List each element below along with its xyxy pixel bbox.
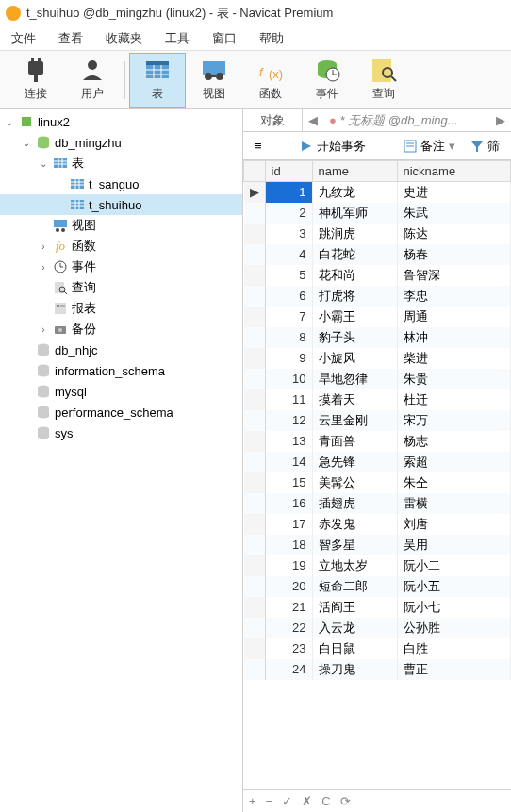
toolbar-fx-button[interactable]: f(x)函数 (242, 53, 299, 108)
cell-nickname[interactable]: 柴进 (397, 348, 511, 369)
cell-nickname[interactable]: 杨志 (397, 431, 511, 452)
tree-linux2[interactable]: ⌄linux2 (0, 111, 242, 132)
cell-nickname[interactable]: 公孙胜 (397, 618, 511, 638)
status-btn[interactable]: ✓ (282, 794, 292, 808)
toolbar-plug-button[interactable]: 连接 (8, 53, 64, 108)
table-row[interactable]: 18智多星吴用 (244, 535, 511, 555)
tree-information_schema[interactable]: information_schema (0, 360, 242, 381)
cell-id[interactable]: 21 (265, 597, 312, 618)
table-row[interactable]: 19立地太岁阮小二 (244, 555, 511, 576)
cell-name[interactable]: 云里金刚 (312, 410, 397, 431)
cell-name[interactable]: 插翅虎 (312, 493, 397, 514)
table-row[interactable]: 8豹子头林冲 (244, 327, 511, 348)
notes-button[interactable]: 备注 ▾ (398, 136, 461, 157)
cell-name[interactable]: 白日鼠 (312, 638, 397, 659)
table-row[interactable]: 10旱地忽律朱贵 (244, 369, 511, 389)
expander-icon[interactable]: ⌄ (4, 117, 15, 127)
table-row[interactable]: 5花和尚鲁智深 (244, 265, 511, 286)
cell-id[interactable]: 8 (265, 327, 312, 348)
col-id[interactable]: id (265, 161, 312, 182)
cell-nickname[interactable]: 杨春 (397, 244, 511, 265)
table-row[interactable]: 13青面兽杨志 (244, 431, 511, 452)
cell-nickname[interactable]: 林冲 (397, 327, 511, 348)
expander-icon[interactable]: › (38, 324, 49, 335)
cell-name[interactable]: 九纹龙 (312, 182, 397, 203)
tree-sys[interactable]: sys (0, 423, 242, 443)
cell-id[interactable]: 19 (265, 555, 312, 576)
start-transaction-button[interactable]: 开始事务 (294, 136, 371, 157)
col-name[interactable]: name (312, 161, 397, 182)
tree-事件[interactable]: ›事件 (0, 257, 242, 277)
tree-t_sanguo[interactable]: t_sanguo (0, 174, 242, 194)
cell-name[interactable]: 智多星 (312, 535, 397, 555)
expander-icon[interactable]: › (38, 262, 49, 273)
cell-name[interactable]: 入云龙 (312, 618, 397, 638)
cell-id[interactable]: 3 (265, 224, 312, 244)
cell-nickname[interactable]: 阮小二 (397, 555, 511, 576)
table-row[interactable]: 17赤发鬼刘唐 (244, 514, 511, 535)
cell-name[interactable]: 打虎将 (312, 286, 397, 307)
cell-name[interactable]: 小旋风 (312, 348, 397, 369)
cell-id[interactable]: 17 (265, 514, 312, 535)
tree-db_mingzhu[interactable]: ⌄db_mingzhu (0, 132, 242, 153)
table-row[interactable]: 22入云龙公孙胜 (244, 618, 511, 638)
menu-工具[interactable]: 工具 (165, 30, 190, 47)
table-row[interactable]: 16插翅虎雷横 (244, 493, 511, 514)
tree-t_shuihuo[interactable]: t_shuihuo (0, 194, 242, 215)
tree-db_nhjc[interactable]: db_nhjc (0, 340, 242, 360)
object-tree[interactable]: ⌄linux2⌄db_mingzhu⌄表t_sanguot_shuihuo视图›… (0, 109, 243, 812)
status-btn[interactable]: ✗ (302, 794, 312, 808)
cell-nickname[interactable]: 李忠 (397, 286, 511, 307)
tab-current[interactable]: ● * 无标题 @db_ming... (323, 112, 490, 129)
cell-name[interactable]: 青面兽 (312, 431, 397, 452)
toolbar-table-button[interactable]: 表 (129, 53, 186, 108)
cell-nickname[interactable]: 宋万 (397, 410, 511, 431)
status-btn[interactable]: ⟳ (340, 794, 351, 808)
expander-icon[interactable]: ⌄ (38, 158, 49, 169)
toolbar-event-button[interactable]: 事件 (299, 53, 355, 108)
cell-nickname[interactable]: 朱贵 (397, 369, 511, 389)
cell-id[interactable]: 2 (265, 203, 312, 224)
expander-icon[interactable]: ⌄ (21, 138, 32, 148)
cell-id[interactable]: 24 (265, 659, 312, 680)
tab-objects[interactable]: 对象 (243, 109, 303, 131)
col-nickname[interactable]: nickname (397, 161, 511, 182)
menu-窗口[interactable]: 窗口 (212, 30, 237, 47)
tree-函数[interactable]: ›fo函数 (0, 236, 242, 257)
table-row[interactable]: 20短命二郎阮小五 (244, 576, 511, 597)
cell-name[interactable]: 美髯公 (312, 472, 397, 493)
cell-id[interactable]: 4 (265, 244, 312, 265)
cell-id[interactable]: 13 (265, 431, 312, 452)
tree-备份[interactable]: ›备份 (0, 319, 242, 340)
table-row[interactable]: 21活阎王阮小七 (244, 597, 511, 618)
data-grid[interactable]: idnamenickname▶1九纹龙史进2神机军师朱武3跳涧虎陈达4白花蛇杨春… (243, 160, 511, 789)
cell-name[interactable]: 立地太岁 (312, 555, 397, 576)
cell-name[interactable]: 白花蛇 (312, 244, 397, 265)
table-row[interactable]: 15美髯公朱仝 (244, 472, 511, 493)
cell-name[interactable]: 神机军师 (312, 203, 397, 224)
table-row[interactable]: 24操刀鬼曹正 (244, 659, 511, 680)
tab-nav-prev[interactable]: ◀ (303, 113, 323, 127)
cell-id[interactable]: 9 (265, 348, 312, 369)
menu-文件[interactable]: 文件 (11, 30, 36, 47)
tree-表[interactable]: ⌄表 (0, 153, 242, 174)
menu-button[interactable]: ≡ (249, 137, 268, 155)
tree-mysql[interactable]: mysql (0, 381, 242, 402)
table-row[interactable]: 7小霸王周通 (244, 307, 511, 327)
cell-name[interactable]: 赤发鬼 (312, 514, 397, 535)
cell-id[interactable]: 23 (265, 638, 312, 659)
cell-nickname[interactable]: 周通 (397, 307, 511, 327)
status-btn[interactable]: + (249, 794, 256, 808)
cell-name[interactable]: 花和尚 (312, 265, 397, 286)
cell-name[interactable]: 豹子头 (312, 327, 397, 348)
tree-performance_schema[interactable]: performance_schema (0, 402, 242, 423)
cell-id[interactable]: 1 (265, 182, 312, 203)
table-row[interactable]: 6打虎将李忠 (244, 286, 511, 307)
menu-帮助[interactable]: 帮助 (259, 30, 284, 47)
cell-nickname[interactable]: 朱仝 (397, 472, 511, 493)
cell-id[interactable]: 16 (265, 493, 312, 514)
cell-name[interactable]: 急先锋 (312, 452, 397, 472)
cell-nickname[interactable]: 史进 (397, 182, 511, 203)
status-btn[interactable]: − (266, 794, 273, 808)
cell-nickname[interactable]: 朱武 (397, 203, 511, 224)
